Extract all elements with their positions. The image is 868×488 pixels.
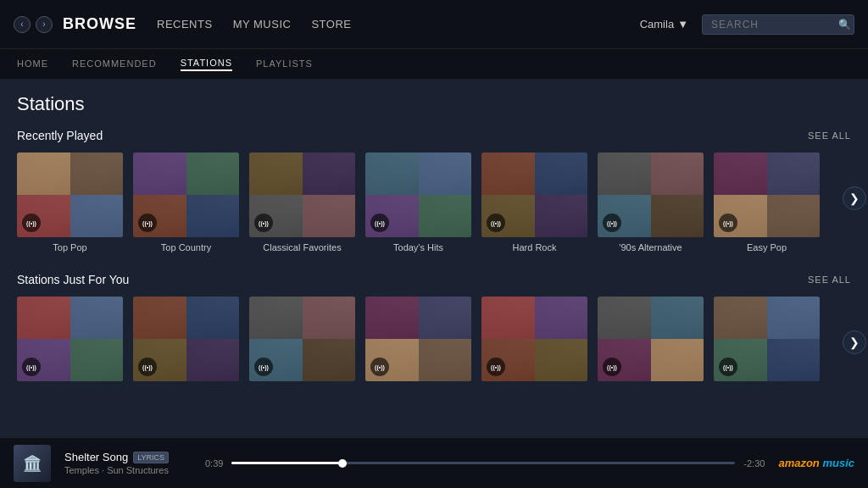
station-card[interactable]: ((•))Classical Favorites [249,152,355,252]
mosaic-cell [186,152,240,195]
station-thumbnail: ((•)) [714,297,820,381]
station-name-label: Hard Rock [481,242,587,252]
user-menu[interactable]: Camila ▼ [640,18,688,30]
back-arrow[interactable]: ‹ [14,16,31,33]
mosaic-cell [133,152,186,195]
player-song-title: Shelter Song LYRICS [64,451,192,463]
song-name: Shelter Song [64,451,128,463]
station-card[interactable]: ((•)) [17,297,123,386]
radio-icon: ((•)) [138,214,157,232]
amazon-music-logo: amazon music [778,457,854,469]
station-thumbnail: ((•)) [598,297,704,381]
just-for-you-see-all[interactable]: SEE ALL [808,274,851,285]
station-thumbnail: ((•)) [598,152,704,237]
mosaic-cell [303,195,356,237]
recently-played-section: Recently Played SEE ALL ((•))Top Pop((•)… [17,129,851,252]
station-card[interactable]: ((•)) [714,297,820,386]
station-card[interactable]: ((•)) [249,297,355,386]
station-card[interactable]: ((•)) [598,297,704,386]
nav-recents[interactable]: RECENTS [157,18,213,30]
mosaic-cell [249,152,303,195]
station-card[interactable]: ((•))Top Country [133,152,239,252]
station-thumbnail: ((•)) [249,297,355,381]
player-progress: 0:39 -2:30 [205,458,765,469]
progress-fill [231,462,342,464]
radio-icon: ((•)) [487,358,505,376]
mosaic-cell [535,195,588,237]
subnav-playlists[interactable]: PLAYLISTS [256,58,313,70]
mosaic-cell [651,152,704,195]
chevron-down-icon: ▼ [677,18,688,30]
nav-arrows: ‹ › [14,16,53,33]
station-card[interactable]: ((•))Hard Rock [481,152,587,252]
mosaic-cell [70,297,124,339]
mosaic-cell [651,339,704,381]
station-name-label: Top Country [133,242,239,252]
recently-played-next-arrow[interactable]: ❯ [843,186,866,210]
mosaic-cell [767,152,821,195]
station-card[interactable]: ((•)) [481,297,587,386]
main-content: Stations Recently Played SEE ALL ((•))To… [0,80,868,437]
radio-icon: ((•)) [370,358,389,376]
station-name-label: Top Pop [17,242,123,252]
station-card[interactable]: ((•))Easy Pop [714,152,820,252]
radio-icon: ((•)) [719,358,737,376]
radio-icon: ((•)) [254,358,273,376]
station-name-label: Today's Hits [365,242,471,252]
just-for-you-header: Stations Just For You SEE ALL [17,273,851,286]
nav-store[interactable]: STORE [311,18,351,30]
recently-played-see-all[interactable]: SEE ALL [808,130,851,141]
mosaic-cell [303,339,356,381]
time-elapsed: 0:39 [205,458,223,469]
player-bar: 🏛️ Shelter Song LYRICS Temples · Sun Str… [0,437,868,488]
mosaic-cell [767,297,821,339]
mosaic-cell [70,195,124,237]
player-artist: Temples · Sun Structures [64,465,192,475]
search-icon: 🔍 [838,19,851,30]
subnav-recommended[interactable]: RECOMMENDED [72,58,157,70]
station-thumbnail: ((•)) [133,297,239,381]
mosaic-cell [70,339,124,381]
station-card[interactable]: ((•))Today's Hits [365,152,471,252]
station-card[interactable]: ((•)) [365,297,471,386]
mosaic-cell [303,152,356,195]
subnav-stations[interactable]: STATIONS [181,58,232,71]
mosaic-cell [535,297,588,339]
radio-icon: ((•)) [603,358,621,376]
just-for-you-title: Stations Just For You [17,273,129,286]
just-for-you-row: ((•))((•))((•))((•))((•))((•))((•)) ❯ [17,297,851,386]
station-thumbnail: ((•)) [249,152,355,237]
search-input[interactable] [711,19,838,30]
radio-icon: ((•)) [370,214,389,232]
station-thumbnail: ((•)) [365,297,471,381]
mosaic-cell [17,152,70,195]
recently-played-row: ((•))Top Pop((•))Top Country((•))Classic… [17,152,851,252]
page-title: Stations [17,93,851,115]
station-name-label: '90s Alternative [598,242,704,252]
recently-played-header: Recently Played SEE ALL [17,129,851,142]
station-card[interactable]: ((•)) [133,297,239,386]
station-thumbnail: ((•)) [714,152,820,237]
mosaic-cell [535,152,588,195]
mosaic-cell [598,152,651,195]
progress-bar[interactable] [231,462,735,464]
radio-icon: ((•)) [254,214,273,232]
station-card[interactable]: ((•))'90s Alternative [598,152,704,252]
player-info: Shelter Song LYRICS Temples · Sun Struct… [64,451,192,475]
nav-browse[interactable]: BROWSE [63,15,136,33]
subnav-home[interactable]: HOME [17,58,48,70]
station-card[interactable]: ((•))Top Pop [17,152,123,252]
station-thumbnail: ((•)) [17,152,123,237]
mosaic-cell [598,297,651,339]
mosaic-cell [133,297,186,339]
nav-mymusic[interactable]: MY MUSIC [233,18,292,30]
mosaic-cell [419,297,472,339]
radio-icon: ((•)) [22,214,41,232]
just-for-you-next-arrow[interactable]: ❯ [843,330,866,354]
mosaic-cell [481,152,535,195]
mosaic-cell [419,339,472,381]
search-box[interactable]: 🔍 [702,14,854,35]
mosaic-cell [365,152,419,195]
forward-arrow[interactable]: › [36,16,53,33]
station-thumbnail: ((•)) [133,152,239,237]
